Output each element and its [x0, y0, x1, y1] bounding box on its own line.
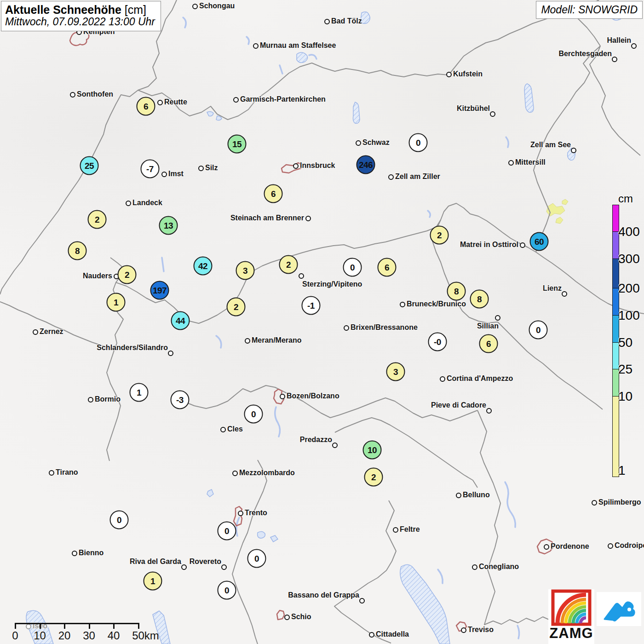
city-label: Landeck [132, 199, 162, 207]
city-dot-icon [324, 19, 330, 24]
city-dot-icon [192, 4, 198, 9]
station-value-badge: 60 [530, 232, 549, 251]
legend-tick-label: 50 [618, 335, 632, 350]
legend-tick-label: 10 [618, 389, 632, 404]
city-dot-icon [198, 166, 204, 171]
city-dot-icon [232, 471, 238, 476]
city-dot-icon [631, 43, 637, 49]
title-box: Aktuelle Schneehöhe [cm] Mittwoch, 07.09… [1, 1, 161, 31]
city-dot-icon [293, 163, 299, 169]
city-label: Kufstein [453, 70, 483, 78]
station-value-badge: 2 [227, 298, 246, 316]
city-dot-icon [220, 427, 226, 432]
city-label: Feltre [400, 525, 420, 534]
city-label: Mezzolombardo [239, 469, 295, 477]
scale-tick [40, 623, 41, 629]
city-dot-icon [233, 97, 239, 103]
city-dot-icon [520, 242, 525, 248]
zamg-rainbow-icon [551, 589, 592, 626]
station-value-badge: 0 [244, 405, 263, 424]
city-dot-icon [592, 500, 597, 506]
city-label: Steinach am Brenner [230, 214, 304, 222]
city-dot-icon [562, 291, 567, 297]
station-value-badge: 0 [343, 258, 362, 277]
city-label: Sillian [477, 322, 499, 330]
station-value-badge: 0 [409, 133, 428, 152]
station-value-badge: 6 [137, 97, 155, 116]
city-label: Schio [291, 613, 311, 621]
scale-tick-label: 30 [83, 629, 95, 642]
station-value-badge: 13 [159, 216, 178, 235]
city-label: Pieve di Cadore [431, 401, 486, 409]
scale-tick [64, 623, 65, 629]
rivers [9, 17, 519, 638]
city-label: Bad Tölz [331, 17, 362, 25]
scale-tick-label: 10 [34, 629, 46, 642]
blue-mountain-logo-icon [603, 596, 635, 622]
city-dot-icon [299, 273, 304, 279]
city-label: Bormio [95, 395, 121, 403]
city-label: Schwaz [362, 138, 390, 147]
city-label: Schlanders/Silandro [97, 344, 168, 352]
city-label: Codroipo [615, 541, 644, 550]
city-dot-icon [49, 470, 54, 476]
city-dot-icon [544, 544, 549, 550]
scale-tick [89, 623, 90, 629]
city-dot-icon [495, 315, 500, 321]
city-dot-icon [280, 394, 285, 399]
city-label: Silz [205, 164, 218, 172]
station-value-badge: 8 [68, 242, 87, 260]
city-dot-icon [284, 615, 290, 620]
model-label: Modell: SNOWGRID [541, 4, 638, 16]
station-value-badge: 0 [218, 581, 236, 600]
city-dot-icon [238, 511, 243, 516]
city-dot-icon [612, 57, 617, 62]
city-label: Sonthofen [77, 90, 113, 98]
station-value-badge: 8 [447, 282, 466, 301]
scale-tick [113, 623, 115, 629]
legend-tick-label: 100 [618, 308, 640, 323]
city-dot-icon [356, 140, 361, 146]
page-title-text: Aktuelle Schneehöhe [5, 3, 121, 16]
station-value-badge: 6 [479, 334, 498, 353]
zamg-logo: ZAMG [548, 589, 594, 644]
city-label: Bienno [79, 549, 104, 557]
city-label: Zell am See [530, 141, 571, 149]
city-dot-icon [461, 627, 466, 633]
city-label: Tirano [56, 468, 78, 477]
legend-tick-label: 1 [618, 463, 626, 478]
city-label: Kitzbühel [457, 104, 490, 113]
city-label: Cles [227, 425, 243, 433]
legend-tick-label: 200 [618, 281, 640, 296]
station-value-badge: 246 [356, 155, 375, 174]
station-value-badge: 44 [171, 311, 190, 330]
city-dot-icon [608, 543, 613, 549]
station-value-badge: -7 [141, 160, 160, 178]
city-label: Bozen/Bolzano [287, 392, 339, 400]
city-label: Meran/Merano [252, 336, 301, 345]
station-value-badge: 2 [430, 226, 449, 245]
city-dot-icon [486, 408, 492, 414]
city-label: Reutte [164, 98, 187, 106]
city-dot-icon [88, 397, 93, 402]
station-value-badge: 6 [378, 258, 397, 277]
city-dot-icon [221, 564, 227, 570]
city-label: Zell am Ziller [395, 172, 440, 181]
city-dot-icon [253, 43, 259, 49]
station-value-badge: -0 [428, 333, 447, 351]
station-value-badge: 10 [363, 441, 382, 460]
city-label: Cortina d'Ampezzo [447, 374, 513, 383]
city-dot-icon [456, 493, 461, 498]
city-label: Matrei in Osttirol [460, 241, 518, 249]
city-dot-icon [446, 72, 452, 77]
legend-tick-label: 25 [618, 362, 632, 377]
page-subtitle: Mittwoch, 07.09.2022 13:00 Uhr [5, 16, 155, 28]
station-value-badge: 6 [264, 184, 283, 203]
city-dot-icon [181, 564, 187, 570]
city-dot-icon [33, 329, 38, 335]
city-label: Spilimbergo [598, 498, 641, 506]
city-label: Garmisch-Partenkirchen [240, 95, 326, 104]
city-label: Conegliano [479, 563, 519, 571]
page-title-unit: [cm] [121, 3, 146, 16]
city-dot-icon [369, 632, 374, 638]
